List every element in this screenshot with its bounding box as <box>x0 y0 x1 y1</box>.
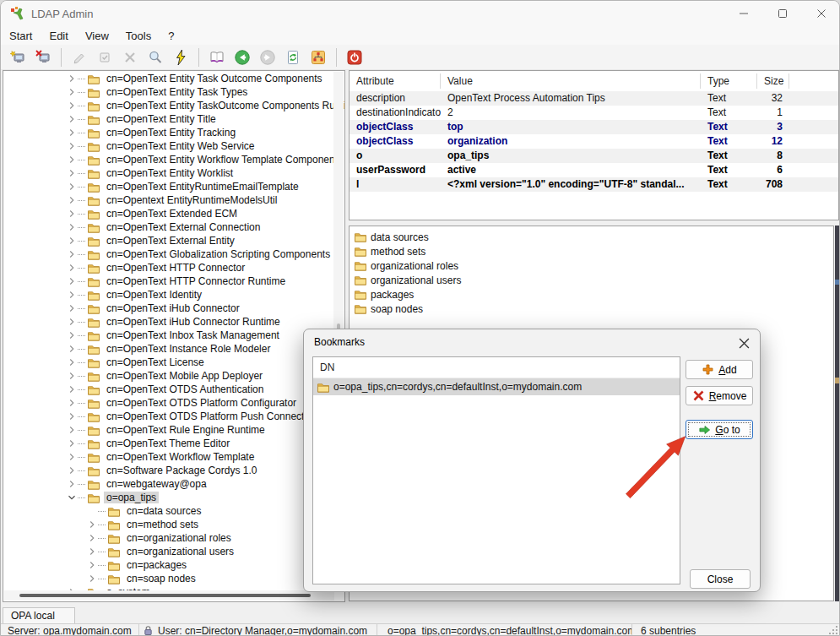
column-header-attribute[interactable]: Attribute <box>350 73 441 89</box>
tree-row[interactable]: cn=OpenText iHub Connector <box>3 302 344 315</box>
chevron-icon[interactable] <box>86 573 98 584</box>
delete-entry-icon[interactable] <box>118 46 142 68</box>
chevron-icon[interactable] <box>66 383 78 395</box>
chevron-icon[interactable] <box>66 221 78 233</box>
chevron-icon[interactable] <box>66 410 78 422</box>
tree-row[interactable]: cn=OpenText Extended ECM <box>3 207 344 220</box>
tree-row[interactable]: cn=webgateway@opa <box>3 477 344 491</box>
edit-entry-icon[interactable] <box>68 46 91 68</box>
chevron-icon[interactable] <box>66 181 78 193</box>
close-button[interactable] <box>802 1 840 26</box>
tree-row[interactable]: cn=OpenText License <box>3 356 344 369</box>
chevron-icon[interactable] <box>86 546 98 557</box>
tree-row[interactable]: cn=OpenText Entity Tracking <box>3 126 344 139</box>
chevron-icon[interactable] <box>66 235 78 247</box>
tree-row[interactable]: cn=OpenText Entity Workflow Template Com… <box>3 153 344 166</box>
add-button[interactable]: Add <box>686 360 753 379</box>
tree-row[interactable]: cn=OpenText OTDS Platform Push Connector <box>3 410 344 423</box>
tree-horizontal-scrollbar-thumb[interactable] <box>19 594 311 597</box>
tree-row[interactable]: cn=OpenText Rule Engine Runtime <box>3 423 344 437</box>
subentry-row[interactable]: organizational roles <box>350 258 833 273</box>
chevron-icon[interactable] <box>66 492 78 503</box>
column-header-value[interactable]: Value <box>441 73 701 89</box>
dialog-close-icon[interactable] <box>736 335 751 351</box>
attribute-row[interactable]: description OpenText Process Automation … <box>350 91 838 106</box>
chevron-icon[interactable] <box>66 86 78 98</box>
tree-row[interactable]: cn=OpenText Globalization Scripting Comp… <box>3 247 344 261</box>
chevron-icon[interactable] <box>66 356 78 368</box>
chevron-icon[interactable] <box>66 302 78 314</box>
menu-view[interactable]: View <box>77 28 117 44</box>
tree-row[interactable]: o=opa_tips <box>3 491 344 504</box>
dialog-close-button[interactable]: Close <box>690 569 751 589</box>
menu-help[interactable]: ? <box>160 28 182 44</box>
tree-row[interactable]: cn=packages <box>3 558 344 572</box>
tree-row[interactable]: cn=Opentext EntityRuntimeModelsUtil <box>3 193 344 207</box>
resize-grip[interactable] <box>836 633 837 634</box>
tree-horizontal-scrollbar[interactable] <box>4 590 334 601</box>
tree-row[interactable]: cn=OpenText Mobile App Deployer <box>3 369 344 383</box>
tree-row[interactable]: cn=OpenText Entity Task Types <box>3 85 344 99</box>
chevron-icon[interactable] <box>66 397 78 409</box>
tree-row[interactable]: cn=OpenText Entity Title <box>3 112 344 126</box>
column-header-size[interactable]: Size <box>757 73 789 89</box>
exit-icon[interactable] <box>343 46 366 68</box>
chevron-icon[interactable] <box>66 316 78 328</box>
tree-row[interactable]: cn=organizational users <box>3 545 344 558</box>
quick-search-icon[interactable] <box>169 46 192 68</box>
tree-row[interactable]: cn=OpenText iHub Connector Runtime <box>3 315 344 329</box>
tree-row[interactable]: cn=OpenText Theme Editor <box>3 437 344 450</box>
chevron-icon[interactable] <box>66 465 78 476</box>
goto-button[interactable]: Go to <box>686 420 753 439</box>
tree-row[interactable]: cn=data sources <box>3 504 344 518</box>
chevron-icon[interactable] <box>86 532 98 544</box>
connection-tab[interactable]: OPA local <box>3 607 75 623</box>
chevron-icon[interactable] <box>66 424 78 436</box>
attribute-row[interactable]: o opa_tips Text 8 <box>350 149 838 163</box>
tree-row[interactable]: cn=OpenText Entity Worklist <box>3 166 344 180</box>
chevron-icon[interactable] <box>66 167 78 179</box>
tree-row[interactable]: cn=OpenText Instance Role Modeler <box>3 342 344 356</box>
tree-row[interactable]: cn=OpenText HTTP Connector Runtime <box>3 275 344 288</box>
tree-row[interactable]: cn=OpenText EntityRuntimeEmailTemplate <box>3 180 344 193</box>
bookmark-list-header[interactable]: DN <box>313 357 680 378</box>
subentry-row[interactable]: data sources <box>350 230 833 244</box>
menu-tools[interactable]: Tools <box>117 28 160 44</box>
tree-row[interactable]: cn=organizational roles <box>3 531 344 545</box>
chevron-icon[interactable] <box>86 505 98 517</box>
chevron-icon[interactable] <box>66 438 78 449</box>
chevron-icon[interactable] <box>66 248 78 260</box>
chevron-icon[interactable] <box>66 194 78 206</box>
subentry-row[interactable]: organizational users <box>350 273 833 287</box>
properties-icon[interactable] <box>93 46 117 68</box>
attribute-row[interactable]: objectClass top Text 3 <box>350 120 838 134</box>
tree-row[interactable]: cn=OpenText Entity Task Outcome Componen… <box>3 72 344 85</box>
tree-row[interactable]: cn=OpenText Entity Web Service <box>3 139 344 153</box>
chevron-icon[interactable] <box>66 73 78 84</box>
tree-row[interactable]: cn=OpenText Entity TaskOutcome Component… <box>3 99 344 112</box>
chevron-icon[interactable] <box>66 478 78 490</box>
chevron-icon[interactable] <box>66 154 78 166</box>
chevron-icon[interactable] <box>86 519 98 530</box>
chevron-icon[interactable] <box>66 275 78 287</box>
chevron-icon[interactable] <box>66 451 78 463</box>
forward-icon[interactable] <box>256 46 279 68</box>
tree-row[interactable]: cn=OpenText External Connection <box>3 220 344 234</box>
tree-row[interactable]: cn=OpenText Identity <box>3 288 344 302</box>
chevron-icon[interactable] <box>66 289 78 301</box>
chevron-icon[interactable] <box>66 140 78 152</box>
chevron-icon[interactable] <box>66 208 78 220</box>
connect-icon[interactable] <box>6 46 30 68</box>
tree-row[interactable]: cn=OpenText OTDS Authentication <box>3 383 344 396</box>
maximize-button[interactable] <box>763 1 802 26</box>
chevron-icon[interactable] <box>66 329 78 341</box>
remove-button[interactable]: Remove <box>686 386 753 405</box>
chevron-icon[interactable] <box>66 370 78 382</box>
attribute-row[interactable]: destinationIndicator 2 Text 1 <box>350 106 838 120</box>
tree-view-icon[interactable] <box>306 46 330 68</box>
menu-edit[interactable]: Edit <box>41 28 76 44</box>
chevron-icon[interactable] <box>86 559 98 571</box>
column-header-type[interactable]: Type <box>701 73 757 89</box>
attribute-row[interactable]: l <?xml version="1.0" encoding="UTF-8" s… <box>350 177 838 192</box>
attribute-row[interactable]: objectClass organization Text 12 <box>350 134 838 149</box>
